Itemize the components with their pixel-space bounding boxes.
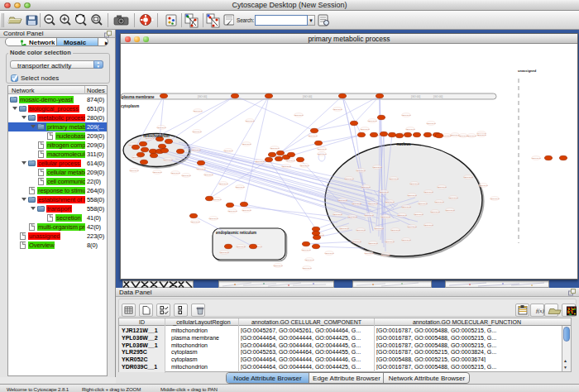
svg-text:YBR039W: YBR039W: [374, 227, 384, 230]
svg-text:plasma membrane: plasma membrane: [122, 95, 155, 99]
svg-text:YBR039W: YBR039W: [339, 227, 349, 230]
svg-text:YBR039W: YBR039W: [347, 216, 357, 218]
svg-text:[GO:00]: [GO:00]: [433, 95, 443, 98]
svg-text:YBR039W: YBR039W: [212, 198, 222, 201]
svg-text:YBR039W: YBR039W: [245, 120, 255, 122]
svg-text:YBR039W: YBR039W: [219, 251, 229, 254]
svg-text:YBR039W: YBR039W: [467, 135, 476, 137]
svg-text:YBR039W: YBR039W: [273, 265, 283, 267]
svg-text:YBR039W: YBR039W: [401, 206, 411, 208]
svg-text:YBR039W: YBR039W: [255, 160, 265, 163]
svg-text:YBR039W: YBR039W: [294, 114, 304, 117]
svg-text:YBR039W: YBR039W: [476, 134, 486, 136]
svg-text:YBR039W: YBR039W: [490, 198, 500, 200]
svg-text:YBR039W: YBR039W: [302, 267, 312, 270]
svg-text:YBR039W: YBR039W: [352, 203, 361, 205]
svg-text:YBR039W: YBR039W: [407, 194, 417, 197]
svg-text:YBR039W: YBR039W: [242, 209, 251, 212]
svg-text:YBR039W: YBR039W: [437, 186, 447, 189]
svg-text:YBR039W: YBR039W: [380, 254, 390, 256]
svg-text:YBR039W: YBR039W: [368, 203, 378, 205]
svg-text:YBR039W: YBR039W: [367, 120, 377, 122]
svg-text:YBR039W: YBR039W: [364, 252, 374, 255]
svg-text:YBR039W: YBR039W: [196, 168, 206, 170]
svg-text:f(x): f(x): [536, 308, 544, 314]
svg-text:YBR039W: YBR039W: [333, 213, 342, 216]
svg-text:YBR039W: YBR039W: [426, 122, 436, 125]
svg-text:YBR039W: YBR039W: [317, 153, 327, 155]
svg-text:YBR039W: YBR039W: [181, 174, 191, 177]
svg-text:YBR039W: YBR039W: [299, 165, 309, 167]
svg-text:YBR039W: YBR039W: [360, 128, 370, 131]
svg-text:YBR039W: YBR039W: [448, 197, 458, 199]
svg-text:YBR039W: YBR039W: [389, 178, 399, 180]
svg-text:mitochondrion: mitochondrion: [143, 134, 170, 138]
svg-text:YBR039W: YBR039W: [356, 229, 366, 232]
svg-text:YBR039W: YBR039W: [531, 157, 541, 160]
svg-text:YBR039W: YBR039W: [423, 191, 433, 194]
svg-text:YBR039W: YBR039W: [390, 229, 400, 232]
svg-text:YBR039W: YBR039W: [192, 131, 202, 133]
svg-text:YBR039W: YBR039W: [434, 201, 444, 203]
svg-text:YBR039W: YBR039W: [478, 184, 488, 187]
svg-text:YBR039W: YBR039W: [430, 211, 440, 213]
svg-text:YBR039W: YBR039W: [235, 186, 245, 189]
svg-text:YBR039W: YBR039W: [414, 213, 423, 216]
svg-text:YBR039W: YBR039W: [361, 186, 371, 189]
svg-text:YBR039W: YBR039W: [285, 160, 295, 162]
svg-text:YBR039W: YBR039W: [397, 214, 407, 217]
svg-text:YBR039W: YBR039W: [152, 171, 162, 174]
svg-text:YBR039W: YBR039W: [190, 221, 200, 223]
svg-text:YBR039W: YBR039W: [236, 246, 246, 248]
svg-text:cytoplasm: cytoplasm: [121, 104, 139, 108]
svg-text:YBR039W: YBR039W: [308, 135, 318, 137]
svg-text:YBR039W: YBR039W: [317, 148, 327, 151]
svg-text:YBR039W: YBR039W: [227, 210, 237, 213]
svg-text:YBR039W: YBR039W: [463, 176, 473, 179]
svg-text:YBR039W: YBR039W: [344, 178, 354, 180]
svg-text:[GO:00]: [GO:00]: [198, 95, 207, 98]
svg-text:endoplasmic reticulum: endoplasmic reticulum: [216, 231, 256, 235]
svg-text:YBR039W: YBR039W: [352, 241, 361, 243]
svg-text:YBR039W: YBR039W: [401, 114, 411, 117]
svg-text:YBR039W: YBR039W: [333, 108, 342, 111]
svg-text:nucleus: nucleus: [396, 142, 411, 146]
svg-text:YBR039W: YBR039W: [208, 218, 218, 220]
svg-text:YBR039W: YBR039W: [191, 149, 201, 151]
svg-text:YBR039W: YBR039W: [418, 203, 428, 205]
svg-text:YBR039W: YBR039W: [423, 224, 433, 227]
svg-text:YBR039W: YBR039W: [364, 214, 374, 217]
svg-text:YBR039W: YBR039W: [337, 199, 347, 202]
svg-text:YBR039W: YBR039W: [170, 172, 180, 174]
svg-text:YBR039W: YBR039W: [242, 143, 251, 146]
svg-text:YBR039W: YBR039W: [445, 209, 455, 212]
svg-text:YBR039W: YBR039W: [372, 166, 382, 169]
svg-text:YBR039W: YBR039W: [380, 216, 390, 218]
svg-text:YBR039W: YBR039W: [405, 128, 415, 131]
svg-text:YBR039W: YBR039W: [301, 249, 311, 251]
svg-text:YBR039W: YBR039W: [156, 127, 166, 129]
svg-text:YBR039W: YBR039W: [409, 183, 419, 185]
svg-text:YBR039W: YBR039W: [203, 174, 213, 176]
svg-text:YBR039W: YBR039W: [324, 252, 334, 255]
svg-text:YBR039W: YBR039W: [223, 150, 233, 152]
svg-text:YBR039W: YBR039W: [304, 259, 314, 261]
svg-text:YBR039W: YBR039W: [281, 165, 291, 168]
svg-text:YBR039W: YBR039W: [401, 239, 411, 241]
svg-text:YBR039W: YBR039W: [163, 159, 173, 161]
svg-text:YBR039W: YBR039W: [270, 147, 280, 150]
svg-text:YBR039W: YBR039W: [407, 226, 417, 228]
svg-text:YBR039W: YBR039W: [356, 170, 366, 172]
svg-text:YBR039W: YBR039W: [368, 242, 378, 245]
svg-text:YBR039W: YBR039W: [193, 110, 203, 112]
svg-text:YBR039W: YBR039W: [129, 170, 139, 172]
svg-text:YBR039W: YBR039W: [385, 241, 395, 243]
svg-text:[GO:00]: [GO:00]: [411, 95, 420, 98]
svg-text:YBR039W: YBR039W: [379, 191, 389, 194]
svg-text:YBR039W: YBR039W: [385, 201, 395, 203]
svg-text:YBR039W: YBR039W: [218, 183, 228, 185]
svg-text:[GO:00]: [GO:00]: [303, 95, 312, 98]
svg-text:unassigned: unassigned: [518, 69, 537, 73]
